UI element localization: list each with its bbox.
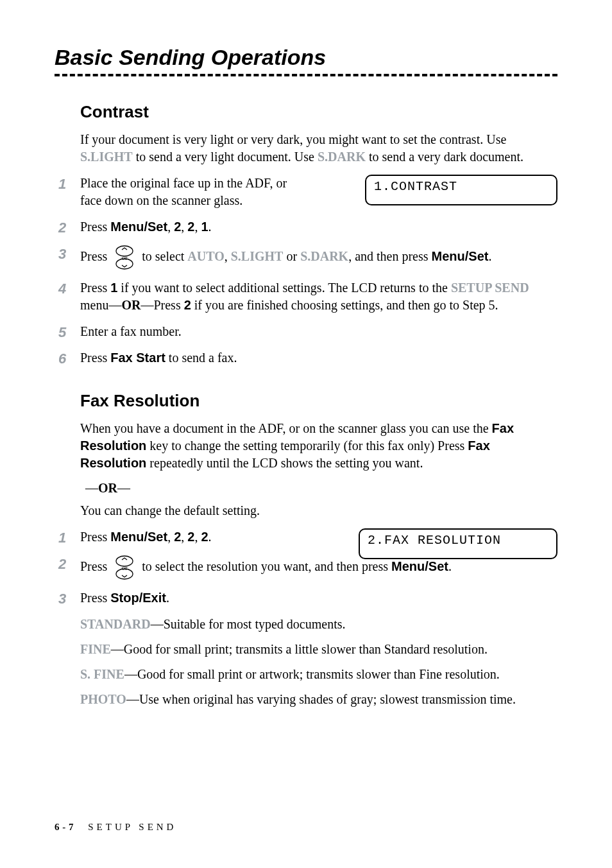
text: if you are finished choosing settings, a… (191, 298, 498, 312)
step-number: 4 (58, 279, 66, 299)
text: , (225, 249, 231, 263)
keyword-setup-send: SETUP SEND (451, 281, 529, 295)
text: —Suitable for most typed documents. (151, 617, 346, 631)
contrast-heading: Contrast (80, 102, 557, 122)
text: Press (80, 559, 110, 573)
resolution-def-sfine: S. FINE—Good for small print or artwork;… (80, 666, 557, 683)
chapter-name: SETUP SEND (88, 822, 176, 832)
resolution-def-standard: STANDARD—Suitable for most typed documen… (80, 616, 557, 633)
keyword-sdark: S.DARK (300, 249, 348, 263)
text: —Good for small print; transmits a littl… (111, 642, 488, 656)
lcd-display-contrast: 1.CONTRAST (365, 175, 557, 205)
key-1: 1 (110, 281, 117, 295)
svg-text:or: or (122, 254, 128, 261)
text: to send a very light document. Use (133, 150, 318, 164)
text: . (208, 220, 212, 234)
text: , and then press (348, 249, 431, 263)
contrast-steps: 1 Place the original face up in the ADF,… (55, 175, 557, 367)
fax-resolution-intro2: You can change the default setting. (80, 502, 557, 519)
step-number: 6 (58, 349, 66, 369)
stop-exit-key: Stop/Exit (110, 591, 166, 605)
section-divider (55, 74, 557, 76)
text: to send a very dark document. (366, 150, 523, 164)
menu-set-key: Menu/Set (432, 249, 489, 263)
step-text: Place the original face up in the ADF, o… (80, 175, 305, 209)
or-up-down-icon: or (113, 555, 136, 580)
text: to select the resolution you want, and t… (142, 559, 391, 573)
list-item: 3 Press or to select AUTO, S.LIGHT or S.… (55, 245, 557, 270)
step-number: 1 (58, 528, 66, 548)
text: if you want to select additional setting… (117, 281, 451, 295)
key-1: 1 (201, 220, 208, 234)
page-number: 6 - 7 (55, 822, 74, 832)
list-item: 2 Press or to select the resolution you … (55, 555, 557, 580)
contrast-intro: If your document is very light or very d… (80, 131, 557, 166)
menu-set-key: Menu/Set (110, 530, 167, 544)
text: , (167, 220, 174, 234)
or-up-down-icon: or (113, 245, 136, 270)
svg-text:or: or (122, 564, 128, 571)
text: —Press (140, 298, 183, 312)
text: Press (80, 530, 110, 544)
text: Press (80, 220, 110, 234)
text: menu— (80, 298, 121, 312)
list-item: 5 Enter a fax number. (55, 323, 557, 340)
text: repeatedly until the LCD shows the setti… (146, 456, 423, 470)
menu-set-key: Menu/Set (391, 559, 448, 573)
text: Press (80, 281, 110, 295)
step-number: 3 (58, 245, 66, 264)
list-item: 6 Press Fax Start to send a fax. (55, 349, 557, 367)
or-text: OR (121, 298, 140, 312)
text: When you have a document in the ADF, or … (80, 421, 492, 435)
text: —Use when original has varying shades of… (126, 692, 516, 706)
or-text: OR (98, 481, 117, 495)
step-text: Enter a fax number. (80, 324, 182, 338)
step-number: 5 (58, 323, 66, 342)
fax-start-key: Fax Start (110, 351, 166, 365)
key-2: 2 (201, 530, 208, 544)
text: key to change the setting temporarily (f… (146, 438, 468, 453)
text: . (208, 530, 212, 544)
keyword-slight: S.LIGHT (231, 249, 284, 263)
step-number: 1 (58, 175, 66, 194)
list-item: 2 Press Menu/Set, 2, 2, 1. (55, 218, 557, 236)
text: . (166, 591, 169, 605)
text: —Good for small print or artwork; transm… (124, 667, 500, 681)
step-number: 2 (58, 218, 66, 238)
keyword-standard: STANDARD (80, 617, 151, 631)
resolution-def-photo: PHOTO—Use when original has varying shad… (80, 691, 557, 708)
keyword-auto: AUTO (187, 249, 224, 263)
text: or (283, 249, 300, 263)
list-item: 3 Press Stop/Exit. (55, 589, 557, 607)
section-title: Basic Sending Operations (55, 45, 557, 70)
page-footer: 6 - 7 SETUP SEND (55, 822, 176, 833)
text: Press (80, 591, 110, 605)
fax-resolution-steps: 1 Press Menu/Set, 2, 2, 2. 2.FAX RESOLUT… (55, 528, 557, 607)
text: to send a fax. (166, 351, 237, 365)
list-item: 1 Press Menu/Set, 2, 2, 2. 2.FAX RESOLUT… (55, 528, 557, 546)
text: , (194, 220, 201, 234)
text: If your document is very light or very d… (80, 132, 506, 146)
or-separator: —OR— (85, 481, 557, 496)
key-2: 2 (187, 530, 194, 544)
key-2: 2 (187, 220, 194, 234)
text: to select (142, 249, 187, 263)
fax-resolution-intro: When you have a document in the ADF, or … (80, 420, 557, 472)
text: , (167, 530, 174, 544)
text: , (194, 530, 201, 544)
key-2: 2 (174, 220, 181, 234)
keyword-photo: PHOTO (80, 692, 126, 706)
step-number: 3 (58, 589, 66, 609)
text: Press (80, 351, 110, 365)
text: — (117, 481, 130, 495)
resolution-def-fine: FINE—Good for small print; transmits a l… (80, 641, 557, 658)
text: — (85, 481, 98, 495)
keyword-fine: FINE (80, 642, 111, 656)
menu-set-key: Menu/Set (110, 220, 167, 234)
text: Press (80, 249, 110, 263)
step-number: 2 (58, 555, 66, 574)
key-2: 2 (174, 530, 181, 544)
list-item: 4 Press 1 if you want to select addition… (55, 279, 557, 314)
keyword-slight: S.LIGHT (80, 150, 133, 164)
list-item: 1 Place the original face up in the ADF,… (55, 175, 557, 209)
